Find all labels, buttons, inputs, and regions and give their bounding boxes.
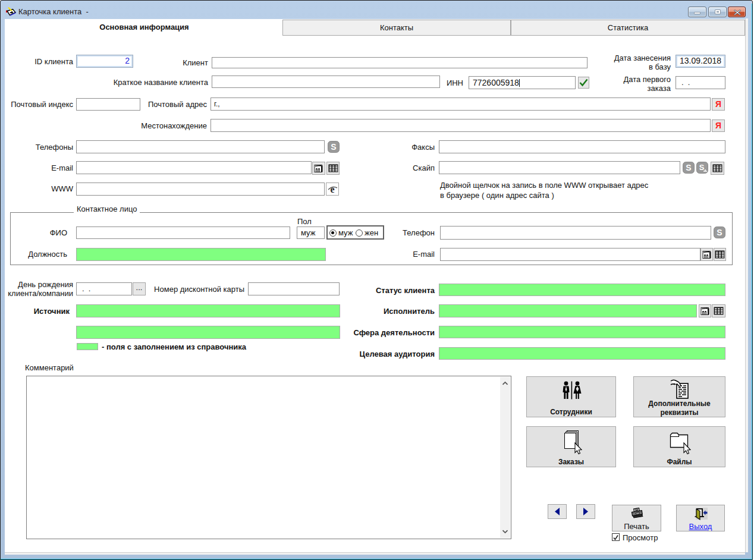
svg-text:S: S bbox=[717, 228, 722, 237]
svg-text:e: e bbox=[330, 184, 334, 194]
svg-text:S: S bbox=[686, 163, 691, 172]
svg-text:S: S bbox=[699, 163, 705, 172]
svg-text:S: S bbox=[331, 142, 336, 152]
